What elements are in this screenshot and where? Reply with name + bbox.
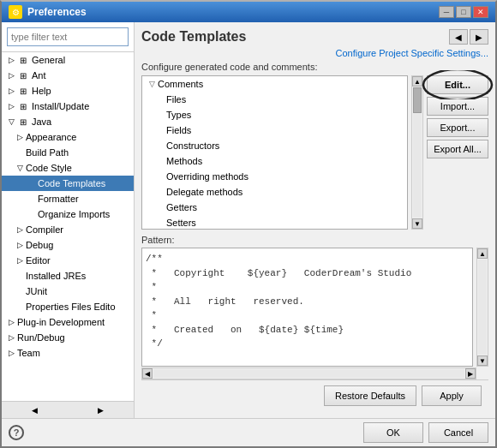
restore-defaults-button[interactable]: Restore Defaults xyxy=(324,385,416,406)
main-panel: Code Templates ◀ ▶ Configure Project Spe… xyxy=(135,22,495,418)
pattern-line-7: */ xyxy=(146,337,469,351)
title-buttons: ─ □ ✕ xyxy=(439,6,488,18)
sidebar-label-plugin-dev: Plug-in Development xyxy=(17,317,105,327)
main-title: Code Templates xyxy=(141,29,246,45)
sidebar-scroll-left[interactable]: ◀ xyxy=(2,402,68,418)
sidebar-item-general[interactable]: ▷ ⊞ General xyxy=(2,52,134,68)
sidebar-item-editor[interactable]: ▷ Editor xyxy=(2,253,134,268)
sidebar-item-help[interactable]: ▷ ⊞ Help xyxy=(2,83,134,99)
toggle-setters xyxy=(154,217,166,229)
export-button[interactable]: Export... xyxy=(427,118,488,137)
pattern-scroll-down[interactable]: ▼ xyxy=(477,355,488,366)
sidebar-item-formatter[interactable]: Formatter xyxy=(2,191,134,206)
toggle-install: ▷ xyxy=(5,100,17,112)
tmpl-scroll-up[interactable]: ▲ xyxy=(412,76,422,87)
sidebar-item-plugin-dev[interactable]: ▷ Plug-in Development xyxy=(2,314,134,330)
sidebar-item-team[interactable]: ▷ Team xyxy=(2,345,134,361)
toggle-installed-jres xyxy=(14,270,26,282)
pattern-section: /** * Copyright ${year} CoderDream's Stu… xyxy=(141,248,488,367)
templates-tree[interactable]: ▽ Comments Files Types Fields xyxy=(141,75,408,230)
filter-input[interactable] xyxy=(7,27,129,46)
sidebar-label-editor: Editor xyxy=(26,255,51,266)
sidebar-item-compiler[interactable]: ▷ Compiler xyxy=(2,222,134,237)
toggle-comments: ▽ xyxy=(146,78,158,90)
sidebar-item-code-style[interactable]: ▽ Code Style xyxy=(2,160,134,176)
tmpl-label-fields: Fields xyxy=(166,125,191,135)
sidebar-label-install: Install/Update xyxy=(32,101,89,111)
main-header: Code Templates ◀ ▶ xyxy=(141,29,488,45)
title-bar: ⚙ Preferences ─ □ ✕ xyxy=(2,2,495,22)
pattern-hscroll-right[interactable]: ▶ xyxy=(465,368,476,379)
minimize-button[interactable]: ─ xyxy=(439,6,454,18)
sidebar-tree: ▷ ⊞ General ▷ ⊞ Ant ▷ ⊞ Help xyxy=(2,52,134,401)
edit-button[interactable]: Edit... xyxy=(427,75,488,94)
configure-link[interactable]: Configure Project Specific Settings... xyxy=(141,48,488,58)
import-button[interactable]: Import... xyxy=(427,97,488,116)
tmpl-item-comments[interactable]: ▽ Comments xyxy=(142,76,407,92)
tmpl-item-delegate-methods[interactable]: Delegate methods xyxy=(142,184,407,200)
sidebar-item-code-templates[interactable]: Code Templates xyxy=(2,176,134,191)
pattern-hscroll-left[interactable]: ◀ xyxy=(142,368,153,379)
tmpl-item-fields[interactable]: Fields xyxy=(142,122,407,138)
tmpl-item-constructors[interactable]: Constructors xyxy=(142,138,407,153)
tmpl-label-constructors: Constructors xyxy=(166,140,219,151)
sidebar-item-ant[interactable]: ▷ ⊞ Ant xyxy=(2,68,134,83)
apply-button[interactable]: Apply xyxy=(422,385,482,406)
sidebar-scroll-right[interactable]: ▶ xyxy=(68,402,134,418)
pattern-line-4: * All right reserved. xyxy=(146,295,469,309)
tmpl-item-methods[interactable]: Methods xyxy=(142,153,407,169)
templates-scrollbar: ▲ ▼ xyxy=(411,75,423,230)
sidebar-label-code-templates: Code Templates xyxy=(38,178,105,188)
tmpl-label-files: Files xyxy=(166,94,186,105)
tmpl-scroll-track xyxy=(413,87,422,218)
pattern-text[interactable]: /** * Copyright ${year} CoderDream's Stu… xyxy=(141,248,473,367)
window-title: Preferences xyxy=(27,6,87,18)
tmpl-label-setters: Setters xyxy=(166,218,196,228)
cancel-button[interactable]: Cancel xyxy=(428,422,488,443)
pattern-scrollbar: ▲ ▼ xyxy=(476,248,488,367)
ok-button[interactable]: OK xyxy=(363,422,423,443)
preferences-window: ⚙ Preferences ─ □ ✕ ▷ ⊞ General xyxy=(0,0,497,448)
sidebar-label-run-debug: Run/Debug xyxy=(17,332,65,343)
bottom-bar: Restore Defaults Apply xyxy=(141,379,488,411)
sidebar-item-install[interactable]: ▷ ⊞ Install/Update xyxy=(2,99,134,114)
toggle-help: ▷ xyxy=(5,85,17,97)
sidebar-label-general: General xyxy=(32,55,65,65)
nav-forward-button[interactable]: ▶ xyxy=(470,29,488,45)
tmpl-scroll-down[interactable]: ▼ xyxy=(412,218,422,229)
pattern-scroll-up[interactable]: ▲ xyxy=(477,248,488,259)
toggle-debug: ▷ xyxy=(14,239,26,251)
pattern-label: Pattern: xyxy=(141,235,488,245)
toggle-delegate xyxy=(154,186,166,198)
help-button[interactable]: ? xyxy=(9,425,24,440)
sidebar-item-organize-imports[interactable]: Organize Imports xyxy=(2,206,134,222)
tmpl-item-types[interactable]: Types xyxy=(142,107,407,122)
tmpl-label-types: Types xyxy=(166,110,191,120)
nav-back-button[interactable]: ◀ xyxy=(449,29,468,45)
sidebar-item-appearance[interactable]: ▷ Appearance xyxy=(2,129,134,145)
sidebar-item-junit[interactable]: JUnit xyxy=(2,284,134,299)
toggle-overriding xyxy=(154,170,166,182)
sidebar-item-run-debug[interactable]: ▷ Run/Debug xyxy=(2,330,134,345)
tmpl-item-overriding-methods[interactable]: Overriding methods xyxy=(142,169,407,184)
sidebar-item-build-path[interactable]: Build Path xyxy=(2,145,134,160)
sidebar-item-properties-files[interactable]: Properties Files Edito xyxy=(2,299,134,314)
tmpl-label-delegate: Delegate methods xyxy=(166,187,243,197)
content-area: ▷ ⊞ General ▷ ⊞ Ant ▷ ⊞ Help xyxy=(2,22,495,418)
toggle-fields xyxy=(154,124,166,136)
pattern-line-6: * Created on ${date} ${time} xyxy=(146,323,469,337)
sidebar-item-debug[interactable]: ▷ Debug xyxy=(2,237,134,253)
sidebar-item-installed-jres[interactable]: Installed JREs xyxy=(2,268,134,284)
sidebar-label-installed-jres: Installed JREs xyxy=(26,271,86,281)
tmpl-item-getters[interactable]: Getters xyxy=(142,200,407,215)
sidebar-label-ant: Ant xyxy=(32,70,46,81)
folder-icon-install: ⊞ xyxy=(17,100,29,112)
toggle-ant: ▷ xyxy=(5,69,17,81)
tmpl-item-setters[interactable]: Setters xyxy=(142,215,407,230)
sidebar-item-java[interactable]: ▽ ⊞ Java xyxy=(2,114,134,129)
close-button[interactable]: ✕ xyxy=(473,6,488,18)
toggle-team: ▷ xyxy=(5,347,17,359)
tmpl-item-files[interactable]: Files xyxy=(142,92,407,107)
export-all-button[interactable]: Export All... xyxy=(427,140,488,158)
maximize-button[interactable]: □ xyxy=(456,6,471,18)
